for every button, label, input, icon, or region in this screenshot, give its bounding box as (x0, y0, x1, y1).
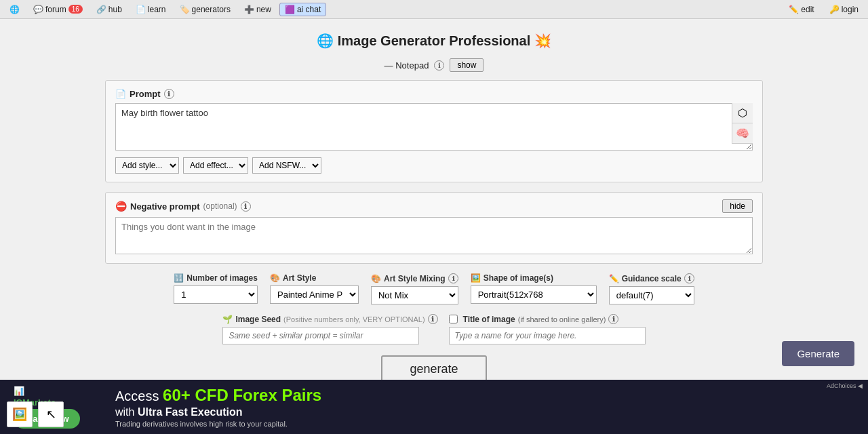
topbar-new[interactable]: ➕ new (239, 3, 277, 16)
option-art-style-mixing: 🎨 Art Style Mixing ℹ Not Mix Mix Slightl… (371, 273, 458, 304)
art-mixing-info-icon[interactable]: ℹ (448, 273, 458, 283)
notepad-row: — Notepad ℹ show (14, 58, 854, 72)
prompt-icon-btn-1[interactable]: ⬡ (732, 103, 753, 123)
neg-info-icon[interactable]: ℹ (241, 201, 251, 212)
topbar-ai-chat[interactable]: 🟪 ai chat (279, 3, 326, 16)
num-images-select[interactable]: 1 2 3 4 (174, 285, 258, 304)
hub-icon: 🔗 (96, 5, 106, 14)
seed-input[interactable] (222, 327, 419, 344)
negative-prompt-card: ⛔ Negative prompt (optional) ℹ hide (105, 192, 763, 264)
main-scroll: 🌐 Image Generator Professional 💥 — Notep… (0, 19, 868, 385)
shape-icon: 🖼️ (471, 273, 481, 283)
neg-hide-button[interactable]: hide (722, 199, 753, 213)
art-style-icon: 🎨 (270, 273, 280, 283)
notepad-label: — Notepad (384, 60, 429, 71)
forum-icon: 💬 (33, 5, 43, 14)
notepad-info-icon[interactable]: ℹ (434, 60, 444, 71)
option-guidance: ✏️ Guidance scale ℹ default(7) 1 3 5 7 9… (609, 273, 694, 304)
art-style-mixing-select[interactable]: Not Mix Mix Slightly Mix Moderately Mix … (371, 286, 458, 304)
prompt-info-icon[interactable]: ℹ (164, 89, 174, 99)
topbar-edit[interactable]: ✏️ edit (783, 3, 819, 16)
seed-title-row: 🌱 Image Seed (Positive numbers only, VER… (105, 314, 763, 344)
forum-badge: 16 (68, 5, 83, 14)
title-checkbox[interactable] (449, 315, 458, 323)
neg-label: ⛔ Negative prompt (optional) ℹ (115, 201, 251, 212)
prompt-card: 📄 Prompt ℹ ⬡ 🧠 Add style... Realistic An… (105, 80, 763, 182)
topbar-logo[interactable]: 🌐 (4, 3, 25, 16)
generate-row: generate (14, 355, 854, 383)
seed-icon: 🌱 (222, 315, 233, 324)
prompt-textarea[interactable] (115, 103, 753, 151)
art-mixing-icon: 🎨 (371, 274, 381, 283)
seed-group: 🌱 Image Seed (Positive numbers only, VER… (222, 314, 437, 344)
topbar-generators[interactable]: 🏷️ generators (174, 3, 236, 16)
style-dropdowns: Add style... Realistic Anime Cartoon Oil… (115, 157, 753, 174)
add-nsfw-select[interactable]: Add NSFW... Safe Suggestive (252, 157, 321, 174)
add-effect-select[interactable]: Add effect... Blur Glow HDR Vintage (183, 157, 248, 174)
topbar: 🌐 💬 forum 16 🔗 hub 📄 learn 🏷️ generators… (0, 0, 868, 19)
add-style-select[interactable]: Add style... Realistic Anime Cartoon Oil… (115, 157, 179, 174)
option-shape: 🖼️ Shape of image(s) Portrait(512x768 Sq… (471, 273, 597, 304)
ad-banner: 📊 ICMarkets Trade Now Access 60+ CFD For… (0, 380, 868, 385)
title-input[interactable] (449, 327, 646, 344)
title-group: Title of image (if shared to online gall… (449, 314, 646, 344)
prompt-icon: 📄 (115, 89, 126, 99)
prompt-wrapper: ⬡ 🧠 (115, 103, 753, 153)
neg-header: ⛔ Negative prompt (optional) ℹ hide (115, 199, 753, 213)
ai-chat-icon: 🟪 (285, 5, 295, 14)
learn-icon: 📄 (136, 5, 146, 14)
guidance-select[interactable]: default(7) 1 3 5 7 9 11 13 15 (609, 286, 694, 304)
new-icon: ➕ (244, 5, 254, 14)
edit-icon: ✏️ (789, 5, 799, 14)
options-row: 🔢 Number of images 1 2 3 4 🎨 Art Style P… (105, 273, 763, 304)
topbar-forum[interactable]: 💬 forum 16 (28, 3, 88, 16)
prompt-icon-btn-2[interactable]: 🧠 (732, 123, 753, 144)
seed-info-icon[interactable]: ℹ (428, 314, 438, 324)
topbar-login[interactable]: 🔑 login (824, 3, 864, 16)
shape-select[interactable]: Portrait(512x768 Square(512x512) Landsca… (471, 285, 597, 304)
guidance-icon: ✏️ (609, 274, 619, 283)
option-num-images: 🔢 Number of images 1 2 3 4 (174, 273, 258, 304)
topbar-right: ✏️ edit 🔑 login (783, 3, 864, 16)
num-images-icon: 🔢 (174, 273, 184, 283)
generators-icon: 🏷️ (180, 5, 190, 14)
topbar-hub[interactable]: 🔗 hub (91, 3, 127, 16)
login-icon: 🔑 (829, 5, 840, 14)
guidance-info-icon[interactable]: ℹ (684, 273, 694, 283)
page-content: 🌐 Image Generator Professional 💥 — Notep… (0, 19, 868, 385)
prompt-icon-buttons: ⬡ 🧠 (732, 103, 753, 144)
notepad-show-button[interactable]: show (450, 58, 484, 72)
generate-button[interactable]: generate (381, 355, 486, 383)
page-title-icon: 🌐 (317, 33, 334, 48)
globe-icon: 🌐 (9, 5, 20, 14)
float-generate-button[interactable]: Generate (782, 341, 854, 366)
topbar-learn[interactable]: 📄 learn (130, 3, 172, 16)
neg-icon: ⛔ (115, 201, 127, 212)
art-style-select[interactable]: Painted Anime P Realistic Cartoon Abstra… (270, 285, 359, 304)
ad-info: AdChoices ◀ (827, 382, 863, 385)
page-title: 🌐 Image Generator Professional 💥 (14, 33, 854, 49)
neg-textarea[interactable] (115, 217, 753, 254)
title-info-icon[interactable]: ℹ (608, 314, 618, 324)
option-art-style: 🎨 Art Style Painted Anime P Realistic Ca… (270, 273, 359, 304)
prompt-section-label: 📄 Prompt ℹ (115, 89, 753, 99)
